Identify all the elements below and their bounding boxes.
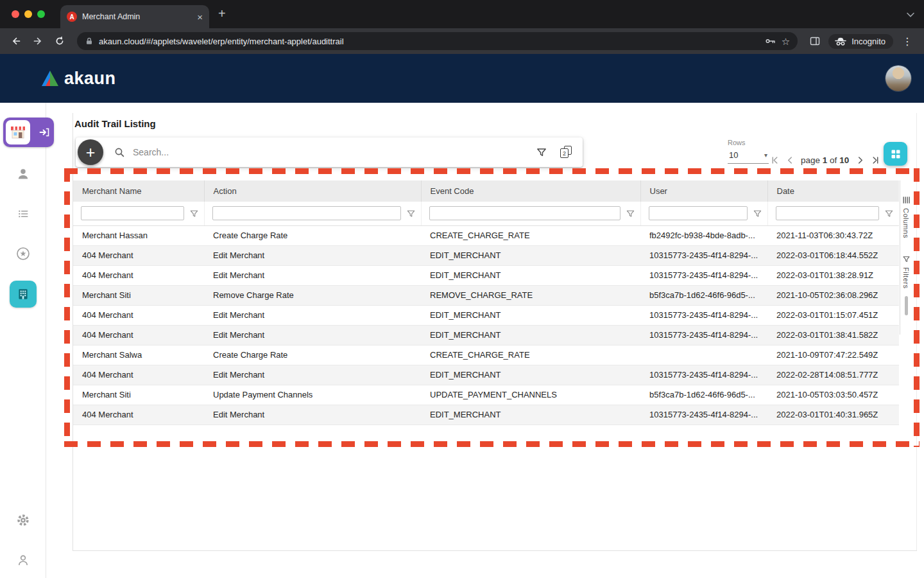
column-filter-input[interactable] bbox=[81, 206, 184, 220]
side-panel-icon[interactable] bbox=[807, 33, 823, 49]
filter-funnel-icon[interactable] bbox=[884, 209, 894, 218]
browser-menu-icon[interactable]: ⋮ bbox=[898, 35, 916, 48]
table-cell: 404 Merchant bbox=[73, 405, 204, 425]
table-cell: Edit Merchant bbox=[204, 405, 421, 425]
table-cell: 10315773-2435-4f14-8294-... bbox=[640, 245, 767, 265]
table-cell: Create Charge Rate bbox=[204, 345, 421, 365]
column-header[interactable]: Action bbox=[204, 180, 421, 202]
table-row[interactable]: 404 MerchantEdit MerchantEDIT_MERCHANT10… bbox=[73, 325, 899, 345]
table-row[interactable]: Merchant SitiRemove Charge RateREMOVE_CH… bbox=[73, 285, 899, 305]
column-header[interactable]: User bbox=[640, 180, 767, 202]
add-button[interactable]: + bbox=[78, 139, 103, 165]
filter-funnel-icon[interactable] bbox=[406, 209, 416, 218]
table-row[interactable]: 404 MerchantEdit MerchantEDIT_MERCHANT10… bbox=[73, 365, 899, 385]
table-cell: 404 Merchant bbox=[73, 305, 204, 325]
annotation-edge-left bbox=[64, 168, 70, 447]
table-cell: EDIT_MERCHANT bbox=[421, 405, 640, 425]
tab-title: Merchant Admin bbox=[82, 12, 192, 21]
back-button[interactable] bbox=[8, 33, 24, 49]
table-cell: Create Charge Rate bbox=[204, 225, 421, 245]
of-word: of bbox=[830, 155, 837, 165]
column-header[interactable]: Date bbox=[767, 180, 899, 202]
table-cell: Edit Merchant bbox=[204, 365, 421, 385]
table-cell: Edit Merchant bbox=[204, 265, 421, 285]
password-key-icon[interactable] bbox=[765, 35, 776, 47]
filters-funnel-icon bbox=[902, 255, 911, 263]
pagination: page 1 of 10 bbox=[769, 153, 881, 166]
incognito-badge: Incognito bbox=[828, 34, 893, 49]
grid-view-button[interactable] bbox=[884, 142, 907, 166]
first-page-button[interactable] bbox=[769, 153, 782, 166]
column-filter-input[interactable] bbox=[212, 206, 401, 220]
column-filter-input[interactable] bbox=[776, 206, 880, 220]
previous-page-button[interactable] bbox=[783, 153, 796, 166]
settings-gear-icon[interactable] bbox=[14, 511, 32, 529]
audit-trail-table: Merchant NameActionEvent CodeUserDate Me… bbox=[73, 180, 899, 425]
search-toolbar: 2 bbox=[76, 137, 583, 167]
table-cell: b5f3ca7b-1d62-46f6-96d5-... bbox=[640, 385, 767, 405]
filters-tab[interactable]: Filters bbox=[902, 255, 911, 288]
rows-per-page-select[interactable]: 10 ▾ bbox=[728, 148, 769, 164]
profile-icon[interactable] bbox=[14, 551, 32, 569]
bookmark-star-icon[interactable]: ☆ bbox=[782, 37, 790, 46]
column-filter-input[interactable] bbox=[649, 206, 748, 220]
table-row[interactable]: Merchant SitiUpdate Payment ChannelsUPDA… bbox=[73, 385, 899, 405]
new-tab-button[interactable]: + bbox=[218, 6, 226, 21]
table-cell: 2021-10-05T02:36:08.296Z bbox=[767, 285, 899, 305]
traffic-light-zoom[interactable] bbox=[37, 10, 45, 18]
traffic-light-minimize[interactable] bbox=[24, 10, 32, 18]
table-cell: Edit Merchant bbox=[204, 305, 421, 325]
table-row[interactable]: Merchant SalwaCreate Charge RateCREATE_C… bbox=[73, 345, 899, 365]
sidebar-item-listing[interactable] bbox=[14, 205, 32, 223]
forward-button[interactable] bbox=[30, 33, 46, 49]
sidebar-item-favorites[interactable] bbox=[14, 245, 32, 263]
table-cell: 2022-03-01T06:18:44.552Z bbox=[767, 245, 899, 265]
brand[interactable]: akaun bbox=[41, 69, 116, 89]
table-cell: 2022-02-28T14:08:51.777Z bbox=[767, 365, 899, 385]
table-cell: 10315773-2435-4f14-8294-... bbox=[640, 365, 767, 385]
reload-button[interactable] bbox=[51, 33, 68, 49]
annotation-edge-bottom bbox=[64, 441, 920, 447]
table-row[interactable]: 404 MerchantEdit MerchantEDIT_MERCHANT10… bbox=[73, 245, 899, 265]
table-cell: Edit Merchant bbox=[204, 245, 421, 265]
columns-icon bbox=[902, 196, 911, 204]
column-filter-input[interactable] bbox=[429, 206, 620, 220]
filter-funnel-icon[interactable] bbox=[753, 209, 762, 218]
filter-funnel-icon[interactable] bbox=[189, 209, 199, 218]
url-bar[interactable]: akaun.cloud/#/applets/wavelet/erp/entity… bbox=[77, 32, 798, 50]
toolbar-funnel-icon[interactable] bbox=[536, 146, 547, 158]
tab-list-caret-icon[interactable] bbox=[905, 9, 916, 23]
table-cell: 10315773-2435-4f14-8294-... bbox=[640, 325, 767, 345]
columns-tab[interactable]: Columns bbox=[902, 196, 911, 238]
filter-funnel-icon[interactable] bbox=[626, 209, 635, 218]
column-header[interactable]: Merchant Name bbox=[73, 180, 204, 202]
traffic-light-close[interactable] bbox=[12, 10, 19, 18]
table-row[interactable]: 404 MerchantEdit MerchantEDIT_MERCHANT10… bbox=[73, 305, 899, 325]
table-cell bbox=[640, 345, 767, 365]
sidebar-item-entity-active[interactable] bbox=[10, 281, 37, 308]
sidebar-item-users[interactable] bbox=[14, 165, 32, 183]
scrollbar-thumb[interactable] bbox=[905, 296, 908, 315]
table-row[interactable]: Merchant HassanCreate Charge RateCREATE_… bbox=[73, 225, 899, 245]
table-cell: 2021-10-05T03:03:50.457Z bbox=[767, 385, 899, 405]
star-circle-icon bbox=[16, 247, 30, 261]
search-input[interactable] bbox=[133, 147, 528, 157]
select-pages-icon[interactable]: 2 bbox=[560, 146, 574, 159]
current-page-number: 1 bbox=[823, 155, 828, 165]
table-cell: 10315773-2435-4f14-8294-... bbox=[640, 265, 767, 285]
last-page-button[interactable] bbox=[868, 153, 881, 166]
browser-tab[interactable]: A Merchant Admin × bbox=[60, 5, 209, 28]
incognito-icon bbox=[834, 37, 847, 46]
table-row[interactable]: 404 MerchantEdit MerchantEDIT_MERCHANT10… bbox=[73, 405, 899, 425]
sidebar bbox=[0, 103, 46, 578]
table-cell: 404 Merchant bbox=[73, 325, 204, 345]
sidebar-item-merchant-applet[interactable] bbox=[3, 118, 54, 147]
table-cell: 2021-11-03T06:30:43.72Z bbox=[767, 225, 899, 245]
total-pages-number: 10 bbox=[839, 155, 849, 165]
table-row[interactable]: 404 MerchantEdit MerchantEDIT_MERCHANT10… bbox=[73, 265, 899, 285]
table-cell: Merchant Siti bbox=[73, 385, 204, 405]
tab-close-icon[interactable]: × bbox=[197, 12, 203, 22]
user-avatar[interactable] bbox=[886, 66, 911, 91]
next-page-button[interactable] bbox=[853, 153, 866, 166]
column-header[interactable]: Event Code bbox=[421, 180, 640, 202]
